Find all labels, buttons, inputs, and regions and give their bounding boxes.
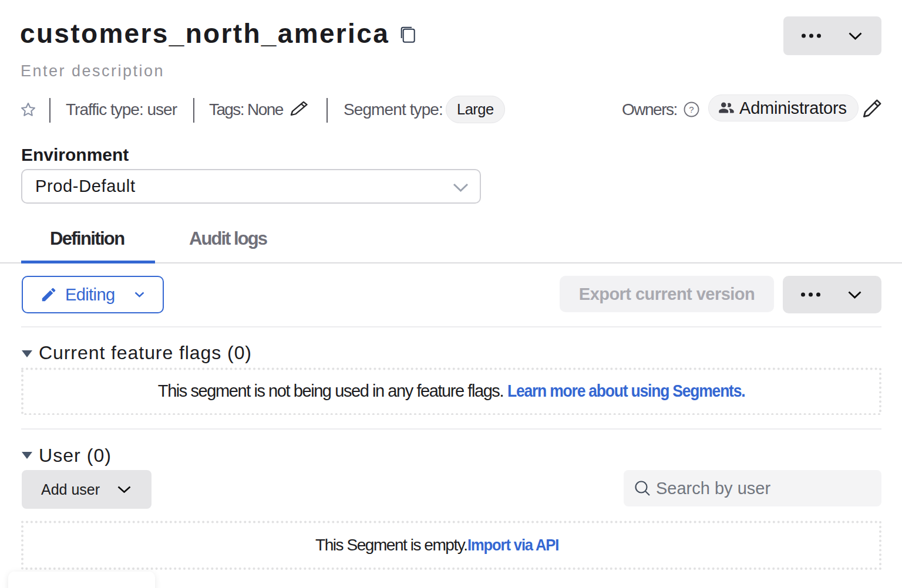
- svg-text:?: ?: [689, 104, 694, 114]
